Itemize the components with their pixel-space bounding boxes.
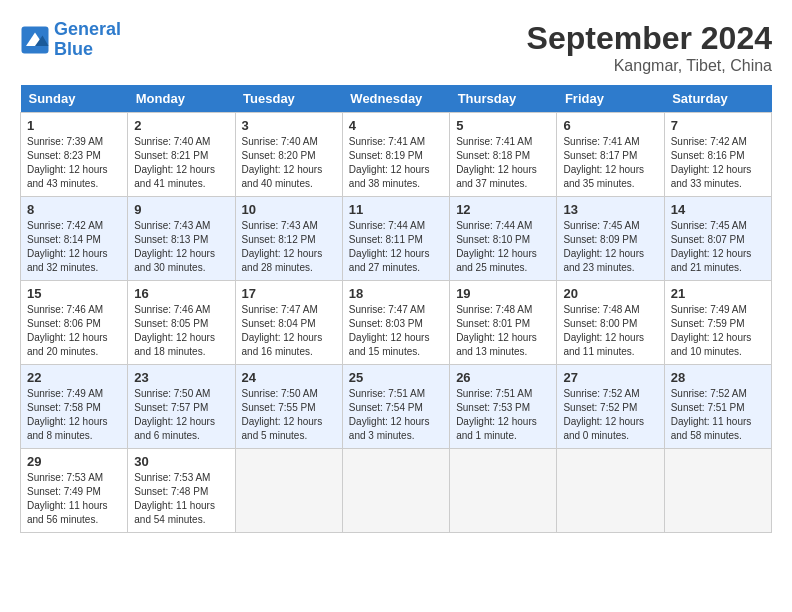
calendar-day: 23Sunrise: 7:50 AM Sunset: 7:57 PM Dayli… [128, 365, 235, 449]
calendar-table: SundayMondayTuesdayWednesdayThursdayFrid… [20, 85, 772, 533]
day-number: 27 [563, 370, 657, 385]
day-info: Sunrise: 7:52 AM Sunset: 7:52 PM Dayligh… [563, 387, 657, 443]
day-number: 8 [27, 202, 121, 217]
day-number: 22 [27, 370, 121, 385]
calendar-day: 14Sunrise: 7:45 AM Sunset: 8:07 PM Dayli… [664, 197, 771, 281]
day-number: 18 [349, 286, 443, 301]
day-number: 12 [456, 202, 550, 217]
day-number: 2 [134, 118, 228, 133]
calendar-day: 18Sunrise: 7:47 AM Sunset: 8:03 PM Dayli… [342, 281, 449, 365]
day-number: 29 [27, 454, 121, 469]
day-info: Sunrise: 7:43 AM Sunset: 8:12 PM Dayligh… [242, 219, 336, 275]
col-header-saturday: Saturday [664, 85, 771, 113]
day-info: Sunrise: 7:48 AM Sunset: 8:01 PM Dayligh… [456, 303, 550, 359]
day-info: Sunrise: 7:47 AM Sunset: 8:04 PM Dayligh… [242, 303, 336, 359]
calendar-day: 5Sunrise: 7:41 AM Sunset: 8:18 PM Daylig… [450, 113, 557, 197]
day-info: Sunrise: 7:42 AM Sunset: 8:16 PM Dayligh… [671, 135, 765, 191]
day-info: Sunrise: 7:40 AM Sunset: 8:21 PM Dayligh… [134, 135, 228, 191]
day-info: Sunrise: 7:47 AM Sunset: 8:03 PM Dayligh… [349, 303, 443, 359]
calendar-day: 16Sunrise: 7:46 AM Sunset: 8:05 PM Dayli… [128, 281, 235, 365]
day-number: 4 [349, 118, 443, 133]
day-info: Sunrise: 7:45 AM Sunset: 8:09 PM Dayligh… [563, 219, 657, 275]
calendar-week-4: 22Sunrise: 7:49 AM Sunset: 7:58 PM Dayli… [21, 365, 772, 449]
calendar-day: 28Sunrise: 7:52 AM Sunset: 7:51 PM Dayli… [664, 365, 771, 449]
calendar-day: 2Sunrise: 7:40 AM Sunset: 8:21 PM Daylig… [128, 113, 235, 197]
day-info: Sunrise: 7:42 AM Sunset: 8:14 PM Dayligh… [27, 219, 121, 275]
title-block: September 2024 Kangmar, Tibet, China [527, 20, 772, 75]
month-title: September 2024 [527, 20, 772, 57]
logo-text: General Blue [54, 20, 121, 60]
day-info: Sunrise: 7:50 AM Sunset: 7:57 PM Dayligh… [134, 387, 228, 443]
day-info: Sunrise: 7:53 AM Sunset: 7:49 PM Dayligh… [27, 471, 121, 527]
day-number: 23 [134, 370, 228, 385]
calendar-day: 4Sunrise: 7:41 AM Sunset: 8:19 PM Daylig… [342, 113, 449, 197]
day-info: Sunrise: 7:46 AM Sunset: 8:05 PM Dayligh… [134, 303, 228, 359]
day-info: Sunrise: 7:49 AM Sunset: 7:58 PM Dayligh… [27, 387, 121, 443]
day-info: Sunrise: 7:52 AM Sunset: 7:51 PM Dayligh… [671, 387, 765, 443]
day-number: 1 [27, 118, 121, 133]
day-info: Sunrise: 7:44 AM Sunset: 8:11 PM Dayligh… [349, 219, 443, 275]
calendar-week-3: 15Sunrise: 7:46 AM Sunset: 8:06 PM Dayli… [21, 281, 772, 365]
day-number: 19 [456, 286, 550, 301]
day-info: Sunrise: 7:46 AM Sunset: 8:06 PM Dayligh… [27, 303, 121, 359]
calendar-day: 19Sunrise: 7:48 AM Sunset: 8:01 PM Dayli… [450, 281, 557, 365]
day-number: 14 [671, 202, 765, 217]
day-number: 7 [671, 118, 765, 133]
day-info: Sunrise: 7:43 AM Sunset: 8:13 PM Dayligh… [134, 219, 228, 275]
calendar-day [450, 449, 557, 533]
calendar-day: 8Sunrise: 7:42 AM Sunset: 8:14 PM Daylig… [21, 197, 128, 281]
calendar-day: 26Sunrise: 7:51 AM Sunset: 7:53 PM Dayli… [450, 365, 557, 449]
day-number: 11 [349, 202, 443, 217]
logo-icon [20, 25, 50, 55]
col-header-monday: Monday [128, 85, 235, 113]
day-info: Sunrise: 7:41 AM Sunset: 8:17 PM Dayligh… [563, 135, 657, 191]
day-info: Sunrise: 7:39 AM Sunset: 8:23 PM Dayligh… [27, 135, 121, 191]
day-number: 26 [456, 370, 550, 385]
day-number: 16 [134, 286, 228, 301]
calendar-header-row: SundayMondayTuesdayWednesdayThursdayFrid… [21, 85, 772, 113]
day-info: Sunrise: 7:44 AM Sunset: 8:10 PM Dayligh… [456, 219, 550, 275]
calendar-day [664, 449, 771, 533]
day-number: 3 [242, 118, 336, 133]
calendar-day: 27Sunrise: 7:52 AM Sunset: 7:52 PM Dayli… [557, 365, 664, 449]
calendar-week-5: 29Sunrise: 7:53 AM Sunset: 7:49 PM Dayli… [21, 449, 772, 533]
day-info: Sunrise: 7:51 AM Sunset: 7:53 PM Dayligh… [456, 387, 550, 443]
calendar-day [235, 449, 342, 533]
day-number: 9 [134, 202, 228, 217]
day-number: 20 [563, 286, 657, 301]
calendar-day [557, 449, 664, 533]
logo: General Blue [20, 20, 121, 60]
calendar-day: 25Sunrise: 7:51 AM Sunset: 7:54 PM Dayli… [342, 365, 449, 449]
calendar-day: 6Sunrise: 7:41 AM Sunset: 8:17 PM Daylig… [557, 113, 664, 197]
day-info: Sunrise: 7:53 AM Sunset: 7:48 PM Dayligh… [134, 471, 228, 527]
day-number: 28 [671, 370, 765, 385]
col-header-tuesday: Tuesday [235, 85, 342, 113]
day-info: Sunrise: 7:41 AM Sunset: 8:19 PM Dayligh… [349, 135, 443, 191]
calendar-day: 9Sunrise: 7:43 AM Sunset: 8:13 PM Daylig… [128, 197, 235, 281]
logo-line2: Blue [54, 39, 93, 59]
calendar-day: 24Sunrise: 7:50 AM Sunset: 7:55 PM Dayli… [235, 365, 342, 449]
day-info: Sunrise: 7:50 AM Sunset: 7:55 PM Dayligh… [242, 387, 336, 443]
day-info: Sunrise: 7:51 AM Sunset: 7:54 PM Dayligh… [349, 387, 443, 443]
calendar-day: 12Sunrise: 7:44 AM Sunset: 8:10 PM Dayli… [450, 197, 557, 281]
location-title: Kangmar, Tibet, China [527, 57, 772, 75]
calendar-week-1: 1Sunrise: 7:39 AM Sunset: 8:23 PM Daylig… [21, 113, 772, 197]
col-header-thursday: Thursday [450, 85, 557, 113]
calendar-day [342, 449, 449, 533]
day-number: 6 [563, 118, 657, 133]
day-info: Sunrise: 7:40 AM Sunset: 8:20 PM Dayligh… [242, 135, 336, 191]
calendar-day: 7Sunrise: 7:42 AM Sunset: 8:16 PM Daylig… [664, 113, 771, 197]
calendar-day: 11Sunrise: 7:44 AM Sunset: 8:11 PM Dayli… [342, 197, 449, 281]
calendar-day: 13Sunrise: 7:45 AM Sunset: 8:09 PM Dayli… [557, 197, 664, 281]
calendar-day: 21Sunrise: 7:49 AM Sunset: 7:59 PM Dayli… [664, 281, 771, 365]
day-number: 10 [242, 202, 336, 217]
page-header: General Blue September 2024 Kangmar, Tib… [20, 20, 772, 75]
day-number: 13 [563, 202, 657, 217]
calendar-day: 1Sunrise: 7:39 AM Sunset: 8:23 PM Daylig… [21, 113, 128, 197]
col-header-friday: Friday [557, 85, 664, 113]
logo-line1: General [54, 19, 121, 39]
day-number: 15 [27, 286, 121, 301]
day-info: Sunrise: 7:41 AM Sunset: 8:18 PM Dayligh… [456, 135, 550, 191]
calendar-day: 3Sunrise: 7:40 AM Sunset: 8:20 PM Daylig… [235, 113, 342, 197]
calendar-day: 30Sunrise: 7:53 AM Sunset: 7:48 PM Dayli… [128, 449, 235, 533]
